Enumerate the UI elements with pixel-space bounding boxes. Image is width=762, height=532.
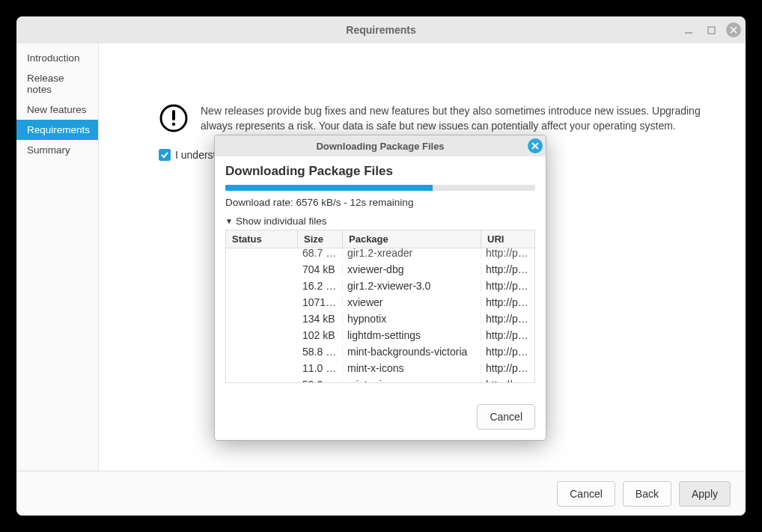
- understand-label: I underst: [175, 149, 216, 161]
- back-button[interactable]: Back: [623, 481, 671, 507]
- cell-uri: http://packa: [481, 280, 534, 292]
- expander-label: Show individual files: [236, 215, 327, 227]
- cell-package: hypnotix: [343, 313, 481, 325]
- cell-package: gir1.2-xviewer-3.0: [343, 280, 481, 292]
- sidebar-item-release-notes[interactable]: Release notes: [16, 68, 98, 100]
- maximize-button[interactable]: [704, 22, 719, 37]
- dialog-footer: Cancel: [215, 394, 546, 440]
- title-controls: [681, 16, 741, 43]
- cell-size: 102 kB: [298, 329, 343, 341]
- sidebar-item-summary[interactable]: Summary: [16, 140, 98, 160]
- expander[interactable]: ▼ Show individual files: [225, 215, 535, 227]
- warning-icon: [159, 103, 189, 135]
- cell-package: mint-backgrounds-victoria: [343, 346, 481, 358]
- col-size[interactable]: Size: [298, 230, 343, 248]
- cell-size: 134 kB: [298, 313, 343, 325]
- cell-package: mint-y-icons: [343, 379, 481, 383]
- col-package[interactable]: Package: [343, 230, 481, 248]
- sidebar-item-requirements[interactable]: Requirements: [16, 120, 98, 140]
- cell-package: xviewer-dbg: [343, 263, 481, 275]
- table-row[interactable]: Done58.8 MBmint-backgrounds-victoriahttp…: [226, 343, 534, 360]
- cell-package: gir1.2-xreader: [343, 248, 481, 259]
- expander-down-icon: ▼: [225, 217, 233, 225]
- download-rate: Download rate: 6576 kB/s - 12s remaining: [225, 197, 535, 208]
- cell-size: 704 kB: [298, 263, 343, 275]
- cell-size: 11.0 MB: [298, 362, 343, 374]
- dialog-titlebar: Downloading Package Files: [215, 135, 546, 156]
- table-row[interactable]: Done68.7 kBgir1.2-xreaderhttp://packa: [226, 248, 534, 261]
- sidebar-item-label: New features: [27, 104, 87, 115]
- apply-button[interactable]: Apply: [679, 481, 731, 507]
- overall-progress-bar: [225, 185, 535, 191]
- cell-uri: http://packa: [481, 379, 534, 383]
- cell-uri: http://packa: [481, 263, 534, 275]
- table-row[interactable]: 41%59.0 MBmint-y-iconshttp://packa: [226, 376, 534, 383]
- cell-size: 16.2 kB: [298, 280, 343, 292]
- svg-rect-1: [708, 27, 715, 34]
- sidebar-item-label: Release notes: [27, 73, 64, 95]
- minimize-button[interactable]: [681, 22, 696, 37]
- sidebar-item-introduction[interactable]: Introduction: [16, 48, 98, 68]
- close-button[interactable]: [726, 22, 741, 37]
- cell-size: 59.0 MB: [298, 379, 343, 383]
- col-uri[interactable]: URI: [481, 230, 535, 248]
- cell-size: 58.8 MB: [298, 346, 343, 358]
- svg-point-6: [172, 123, 175, 126]
- sidebar-item-label: Requirements: [27, 124, 90, 135]
- info-text: New releases provide bug fixes and new f…: [201, 103, 716, 134]
- download-dialog: Downloading Package Files Downloading Pa…: [214, 135, 546, 441]
- dialog-heading: Downloading Package Files: [225, 164, 535, 179]
- table-row[interactable]: Done16.2 kBgir1.2-xviewer-3.0http://pack…: [226, 278, 534, 294]
- titlebar: Requirements: [16, 16, 746, 43]
- table-row[interactable]: Done134 kBhypnotixhttp://packa: [226, 311, 534, 327]
- svg-rect-5: [172, 110, 175, 120]
- footer: Cancel Back Apply: [16, 471, 746, 516]
- cell-uri: http://packa: [481, 329, 534, 341]
- understand-checkbox[interactable]: [159, 149, 171, 161]
- titlebar-title: Requirements: [346, 24, 415, 36]
- overall-progress-fill: [225, 185, 433, 191]
- table-row[interactable]: Done704 kBxviewer-dbghttp://packa: [226, 261, 534, 278]
- cell-size: 68.7 kB: [298, 248, 343, 259]
- sidebar: Introduction Release notes New features …: [16, 43, 99, 471]
- table-row[interactable]: Done1071 kBxviewerhttp://packa: [226, 294, 534, 311]
- col-status[interactable]: Status: [226, 230, 298, 248]
- cell-uri: http://packa: [481, 313, 534, 325]
- info-row: New releases provide bug fixes and new f…: [99, 43, 746, 143]
- cell-size: 1071 kB: [298, 296, 343, 308]
- cancel-button[interactable]: Cancel: [557, 481, 615, 507]
- cell-uri: http://packa: [481, 346, 534, 358]
- cell-uri: http://packa: [481, 296, 534, 308]
- files-table-header: Status Size Package URI: [225, 230, 535, 248]
- cell-uri: http://packa: [481, 248, 534, 259]
- dialog-cancel-button[interactable]: Cancel: [477, 404, 535, 429]
- cell-package: mint-x-icons: [343, 362, 481, 374]
- dialog-close-button[interactable]: [528, 138, 543, 153]
- cell-package: xviewer: [343, 296, 481, 308]
- table-row[interactable]: Done102 kBlightdm-settingshttp://packa: [226, 327, 534, 343]
- table-row[interactable]: Done11.0 MBmint-x-iconshttp://packa: [226, 360, 534, 376]
- cell-uri: http://packa: [481, 362, 534, 374]
- dialog-body: Downloading Package Files Download rate:…: [215, 156, 546, 394]
- cell-package: lightdm-settings: [343, 329, 481, 341]
- sidebar-item-label: Summary: [27, 144, 70, 156]
- sidebar-item-new-features[interactable]: New features: [16, 100, 98, 120]
- sidebar-item-label: Introduction: [27, 52, 80, 64]
- dialog-titlebar-text: Downloading Package Files: [316, 141, 444, 152]
- files-table-body[interactable]: Done68.7 kBgir1.2-xreaderhttp://packaDon…: [225, 248, 535, 383]
